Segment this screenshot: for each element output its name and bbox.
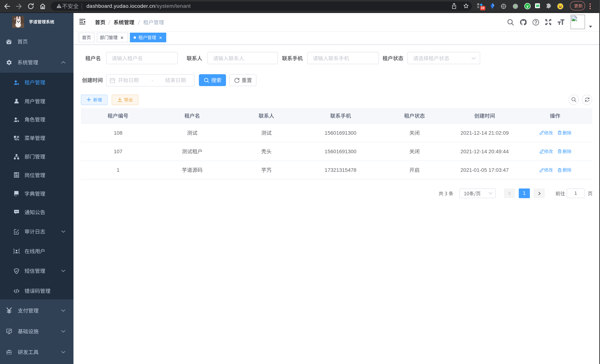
svg-text:y: y xyxy=(526,4,529,8)
